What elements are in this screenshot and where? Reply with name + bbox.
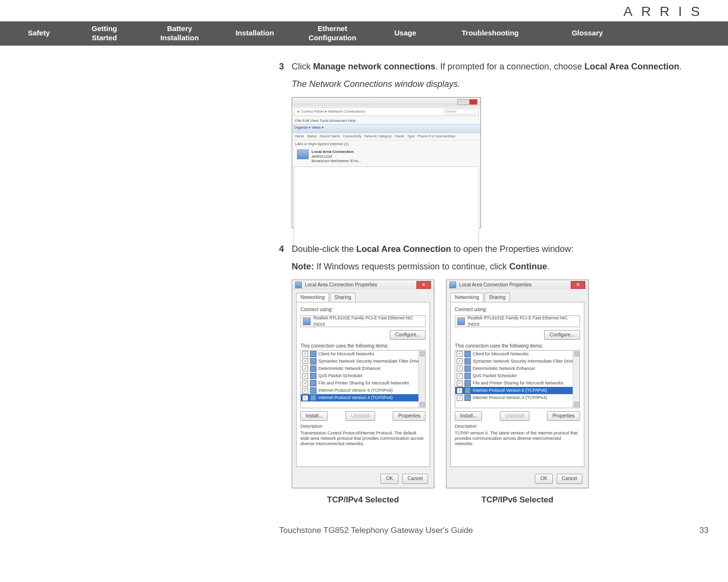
component-icon — [464, 380, 471, 386]
footer-page-number: 33 — [699, 526, 709, 535]
nic-icon — [303, 317, 311, 325]
nav-battery-installation[interactable]: Battery Installation — [141, 24, 218, 43]
network-adapter-icon — [297, 150, 309, 159]
checkbox-icon[interactable]: ✓ — [457, 395, 463, 401]
list-item[interactable]: ✓File and Printer Sharing for Microsoft … — [455, 380, 579, 387]
checkbox-icon[interactable]: ✓ — [302, 373, 308, 379]
checkbox-icon[interactable]: ✓ — [302, 395, 308, 401]
nav-troubleshooting[interactable]: Troubleshooting — [437, 29, 544, 38]
list-item-label: Internet Protocol Version 6 (TCP/IPv6) — [318, 387, 393, 394]
list-item[interactable]: ✓Internet Protocol Version 4 (TCP/IPv4) — [455, 394, 579, 401]
step-4-pre: Double-click the — [292, 244, 356, 254]
ss1-connection-item[interactable]: Local Area Connection ARRIS1234 Broadcom… — [292, 148, 480, 165]
props-right-panel: Connect using: Realtek RTL8101E Family P… — [450, 302, 584, 467]
list-item-label: Deterministic Network Enhancer — [318, 366, 381, 372]
list-item-label: Client for Microsoft Networks — [318, 351, 374, 357]
step-3-mid: . If prompted for a connection, choose — [435, 62, 584, 71]
nav-getting-started[interactable]: Getting Started — [68, 24, 141, 43]
step-3-number: 3 — [279, 60, 292, 240]
list-item[interactable]: ✓Internet Protocol Version 6 (TCP/IPv6) — [301, 387, 425, 394]
uses-label: This connection uses the following items… — [300, 343, 426, 350]
checkbox-icon[interactable]: ✓ — [302, 351, 308, 357]
tab-sharing[interactable]: Sharing — [330, 293, 355, 302]
checkbox-icon[interactable]: ✓ — [457, 366, 463, 371]
list-item[interactable]: ✓Deterministic Network Enhancer — [301, 365, 425, 372]
properties-button[interactable]: Properties — [547, 411, 580, 421]
configure-button[interactable]: Configure... — [544, 330, 580, 340]
component-icon — [310, 395, 316, 401]
list-item[interactable]: ✓Client for Microsoft Networks — [455, 350, 579, 358]
note-label: Note: — [292, 262, 314, 271]
list-item[interactable]: ✓Internet Protocol Version 4 (TCP/IPv4) — [301, 394, 425, 401]
list-item-label: Deterministic Network Enhancer — [473, 366, 535, 372]
props-left-tabs: Networking Sharing — [292, 290, 434, 302]
list-item-label: File and Printer Sharing for Microsoft N… — [318, 380, 409, 386]
list-item[interactable]: ✓Symantec Network Security Intermediate … — [301, 358, 425, 365]
list-item-label: Symantec Network Security Intermediate F… — [473, 358, 576, 365]
install-button[interactable]: Install... — [300, 411, 328, 421]
list-item[interactable]: ✓Client for Microsoft Networks — [301, 350, 425, 358]
ok-button[interactable]: OK — [535, 474, 552, 484]
note-post: . — [547, 262, 549, 271]
component-icon — [464, 395, 471, 401]
checkbox-icon[interactable]: ✓ — [457, 388, 463, 394]
properties-button[interactable]: Properties — [393, 411, 426, 421]
adapter-name: Realtek RTL8101E Family PCI-E Fast Ether… — [314, 315, 423, 328]
list-item[interactable]: ✓Internet Protocol Version 6 (TCP/IPv6) — [455, 387, 579, 394]
col-phone: Phone # or Host Address — [418, 134, 456, 139]
ss1-search-input[interactable]: Search — [444, 109, 475, 115]
nav-usage[interactable]: Usage — [374, 29, 437, 38]
cancel-button[interactable]: Cancel — [557, 474, 582, 484]
col-owner: Owner — [395, 134, 405, 139]
step-4-bold1: Local Area Connection — [356, 244, 451, 254]
step-3-post: . — [679, 62, 682, 71]
checkbox-icon[interactable]: ✓ — [457, 381, 463, 386]
checkbox-icon[interactable]: ✓ — [457, 351, 463, 357]
list-item[interactable]: ✓Symantec Network Security Intermediate … — [455, 358, 579, 365]
adapter-name: Realtek RTL8101E Family PCI-E Fast Ether… — [468, 315, 578, 328]
col-type: Type — [407, 134, 414, 139]
tab-sharing[interactable]: Sharing — [484, 293, 510, 302]
brand-logo: ARRIS — [0, 0, 728, 21]
checkbox-icon[interactable]: ✓ — [457, 358, 463, 364]
tab-networking[interactable]: Networking — [450, 293, 483, 302]
ss1-section: LAN or High-Speed Internet (1) — [292, 140, 480, 148]
list-item-label: QoS Packet Scheduler — [318, 373, 363, 379]
step-4: 4 Double-click the Local Area Connection… — [279, 243, 709, 506]
tab-networking[interactable]: Networking — [296, 293, 329, 302]
adapter-box: Realtek RTL8101E Family PCI-E Fast Ether… — [300, 316, 426, 327]
scrollbar-icon[interactable] — [418, 350, 425, 408]
scrollbar-icon[interactable] — [573, 350, 579, 408]
checkbox-icon[interactable]: ✓ — [302, 366, 308, 371]
footer-title: Touchstone TG852 Telephony Gateway User'… — [279, 526, 473, 535]
checkbox-icon[interactable]: ✓ — [302, 358, 308, 364]
checkbox-icon[interactable]: ✓ — [302, 381, 308, 386]
nav-battery-line1: Battery — [141, 24, 218, 33]
close-icon[interactable]: × — [416, 281, 431, 289]
list-item[interactable]: ✓QoS Packet Scheduler — [455, 372, 579, 380]
configure-button[interactable]: Configure... — [390, 330, 426, 340]
step-4-body: Double-click the Local Area Connection t… — [292, 243, 709, 506]
list-item-label: Internet Protocol Version 4 (TCP/IPv4) — [318, 395, 393, 401]
ok-button[interactable]: OK — [381, 474, 398, 484]
ss1-titlebar — [292, 98, 480, 106]
uninstall-button: Uninstall — [500, 411, 529, 421]
nav-ethernet-configuration[interactable]: Ethernet Configuration — [291, 24, 374, 43]
caption-ipv6: TCP/IPv6 Selected — [446, 494, 589, 506]
list-item[interactable]: ✓Deterministic Network Enhancer — [455, 365, 579, 372]
ss1-connection-text: Local Area Connection ARRIS1234 Broadcom… — [312, 150, 362, 164]
nav-installation[interactable]: Installation — [218, 29, 291, 38]
list-item[interactable]: ✓QoS Packet Scheduler — [301, 372, 425, 380]
checkbox-icon[interactable]: ✓ — [302, 388, 308, 394]
install-button[interactable]: Install... — [455, 411, 482, 421]
close-icon[interactable]: × — [571, 281, 585, 289]
desc-label: Description — [455, 424, 580, 429]
component-icon — [464, 366, 471, 372]
ss1-item-line2: ARRIS1234 — [312, 154, 362, 159]
checkbox-icon[interactable]: ✓ — [457, 373, 463, 379]
nav-safety[interactable]: Safety — [10, 29, 68, 38]
cancel-button[interactable]: Cancel — [402, 474, 428, 484]
ss1-menubar: File Edit View Tools Advanced Help — [292, 117, 480, 125]
list-item[interactable]: ✓File and Printer Sharing for Microsoft … — [301, 380, 425, 387]
nav-glossary[interactable]: Glossary — [544, 29, 631, 38]
